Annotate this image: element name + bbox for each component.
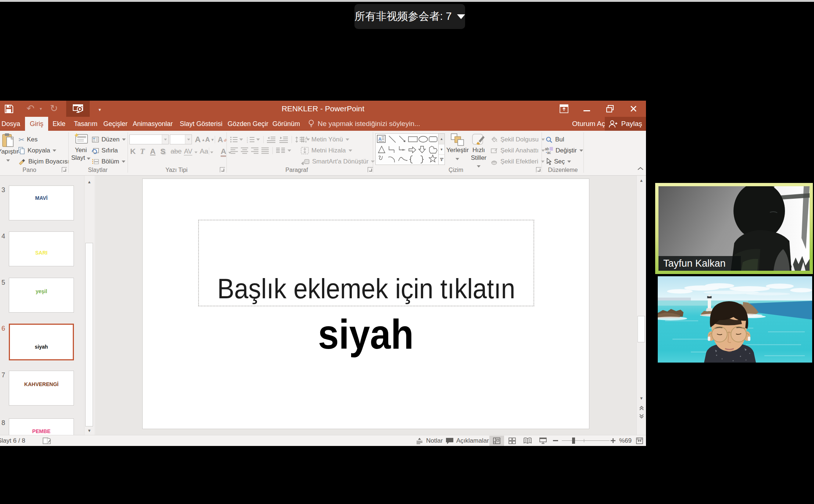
shape-effects-button[interactable]: Şekil Efektleri xyxy=(490,156,545,167)
slide-canvas[interactable]: Başlık eklemek için tıklatın siyah xyxy=(142,179,589,429)
ribbon-display-options-button[interactable] xyxy=(556,101,572,117)
select-button[interactable]: Seç xyxy=(546,156,571,167)
replace-button[interactable]: ab ac Değiştir xyxy=(545,145,583,156)
normal-view-button[interactable] xyxy=(489,436,504,446)
align-center-icon[interactable] xyxy=(241,147,249,154)
notes-edit-icon[interactable] xyxy=(42,437,51,444)
save-icon[interactable] xyxy=(4,104,14,114)
panel-scrollbar[interactable]: ▲ ▼ xyxy=(84,176,94,435)
slideshow-view-button[interactable] xyxy=(536,436,550,446)
panel-scroll-down[interactable]: ▼ xyxy=(85,426,94,435)
participants-dropdown[interactable]: 所有非视频参会者: 7 xyxy=(354,4,465,29)
video-tile-sea-background[interactable] xyxy=(658,276,812,363)
quick-styles-button[interactable]: Hızlı Stiller xyxy=(469,133,488,169)
text-shadow-button[interactable]: S xyxy=(160,147,171,156)
paragraph-dialog-launcher[interactable] xyxy=(368,167,373,172)
share-button[interactable]: Paylaş xyxy=(605,117,646,131)
shapes-scroll-up[interactable]: ▲ xyxy=(439,134,445,144)
find-button[interactable]: Bul xyxy=(546,134,564,145)
text-direction-button[interactable]: A Metin Yönü xyxy=(301,134,349,145)
undo-icon[interactable]: ↶ xyxy=(26,103,35,114)
smartart-button[interactable]: SmartArt'a Dönüştür xyxy=(301,156,375,167)
char-spacing-button[interactable]: AV xyxy=(183,148,199,155)
font-size-combo[interactable] xyxy=(170,134,192,144)
main-scroll-down[interactable]: ▼ xyxy=(637,394,646,402)
italic-button[interactable]: T xyxy=(140,147,150,156)
drawing-dialog-launcher[interactable] xyxy=(536,167,541,172)
reset-button[interactable]: Sıfırla xyxy=(92,145,118,156)
font-dialog-launcher[interactable] xyxy=(220,167,225,172)
undo-caret[interactable]: ▾ xyxy=(40,105,42,112)
bold-button[interactable]: K xyxy=(130,147,140,156)
slide-sorter-view-button[interactable] xyxy=(505,436,520,446)
shapes-gallery[interactable]: A xyxy=(375,133,439,165)
qat-customize-caret[interactable]: ▾ xyxy=(99,106,101,113)
shapes-scroll-down[interactable]: ▼ xyxy=(439,144,445,154)
pano-dialog-launcher[interactable] xyxy=(62,167,67,172)
tab-giris[interactable]: Giriş xyxy=(25,117,48,131)
slide-thumbnail-8[interactable]: PEMBE xyxy=(9,418,74,435)
main-scroll-up[interactable]: ▲ xyxy=(637,176,646,184)
align-left-icon[interactable] xyxy=(231,147,238,154)
close-button[interactable] xyxy=(625,101,642,117)
tab-ekle[interactable]: Ekle xyxy=(48,117,70,131)
zoom-slider-track[interactable] xyxy=(562,440,610,441)
collapse-ribbon-button[interactable] xyxy=(637,166,645,172)
grow-font-button[interactable]: A▲ xyxy=(195,134,205,145)
bullets-caret[interactable] xyxy=(239,138,243,141)
shape-fill-button[interactable]: Şekil Dolgusu xyxy=(490,134,545,145)
justify-icon[interactable] xyxy=(261,147,269,154)
numbering-caret[interactable] xyxy=(256,138,260,141)
tab-tasarim[interactable]: Tasarım xyxy=(69,117,102,131)
video-tile-active-speaker[interactable]: Tayfun Kalkan xyxy=(655,183,813,274)
section-button[interactable]: Bölüm xyxy=(92,156,125,167)
underline-button[interactable]: A xyxy=(150,147,160,156)
panel-scroll-up[interactable]: ▲ xyxy=(85,177,94,186)
align-right-icon[interactable] xyxy=(251,147,259,154)
arrange-button[interactable]: Yerleştir xyxy=(446,133,468,162)
next-slide-button[interactable] xyxy=(637,413,646,420)
restore-button[interactable] xyxy=(601,101,618,117)
columns-icon[interactable] xyxy=(276,147,285,154)
tab-animasyonlar[interactable]: Animasyonlar xyxy=(128,117,178,131)
cut-button[interactable]: ✂ Kes xyxy=(18,134,38,145)
shrink-font-button[interactable]: A▼ xyxy=(205,134,214,145)
previous-slide-button[interactable] xyxy=(637,404,646,412)
new-slide-button[interactable]: Yeni Slayt xyxy=(71,133,91,162)
shape-outline-button[interactable]: Şekil Anahattı xyxy=(490,145,545,156)
decrease-indent-icon[interactable] xyxy=(267,136,276,143)
slide-thumbnail-6-selected[interactable]: siyah xyxy=(9,324,74,360)
copy-button[interactable]: Kopyala xyxy=(18,145,56,156)
start-from-beginning-button[interactable] xyxy=(66,101,90,117)
zoom-slider-thumb[interactable] xyxy=(572,438,575,444)
format-painter-button[interactable]: Biçim Boyacısı xyxy=(18,156,69,167)
tell-me-box[interactable]: Ne yapmak istediğinizi söyleyin... xyxy=(308,117,420,131)
fit-to-window-button[interactable] xyxy=(636,437,643,444)
tab-gecisler[interactable]: Geçişler xyxy=(99,117,132,131)
redo-icon[interactable]: ↻ xyxy=(50,103,58,114)
columns-caret[interactable] xyxy=(288,150,291,152)
panel-scrollbar-thumb[interactable] xyxy=(85,243,93,426)
tab-gozden-gecir[interactable]: Gözden Geçir xyxy=(223,117,273,131)
comments-button[interactable]: Açıklamalar xyxy=(446,436,489,446)
change-case-button[interactable]: Aa xyxy=(199,147,215,155)
slide-thumbnail-3[interactable]: MAVİ xyxy=(9,186,74,220)
layout-button[interactable]: Düzen xyxy=(92,134,126,145)
slide-thumbnail-5[interactable]: yeşil xyxy=(9,278,74,313)
tab-slayt-gosterisi[interactable]: Slayt Gösterisi xyxy=(175,117,227,131)
title-placeholder[interactable]: Başlık eklemek için tıklatın xyxy=(198,220,534,306)
sign-in-link[interactable]: Oturum Aç xyxy=(572,117,605,131)
tab-dosya[interactable]: Dosya xyxy=(0,117,25,131)
bullets-icon[interactable] xyxy=(230,136,238,143)
slide-thumbnail-7[interactable]: KAHVERENGİ xyxy=(9,371,74,406)
main-scrollbar[interactable]: ▲ ▼ xyxy=(636,176,646,435)
slide-thumbnail-4[interactable]: SARI xyxy=(9,231,74,266)
font-name-combo-arrow[interactable] xyxy=(162,135,168,144)
strikethrough-button[interactable]: abe xyxy=(171,148,183,155)
shapes-gallery-more[interactable]: ▼ xyxy=(439,154,445,165)
notes-button[interactable]: Notlar xyxy=(415,436,443,446)
minimize-button[interactable] xyxy=(578,101,595,117)
align-text-button[interactable]: Metni Hizala xyxy=(301,145,352,156)
zoom-in-button[interactable] xyxy=(610,438,616,443)
font-name-combo[interactable] xyxy=(129,134,169,144)
